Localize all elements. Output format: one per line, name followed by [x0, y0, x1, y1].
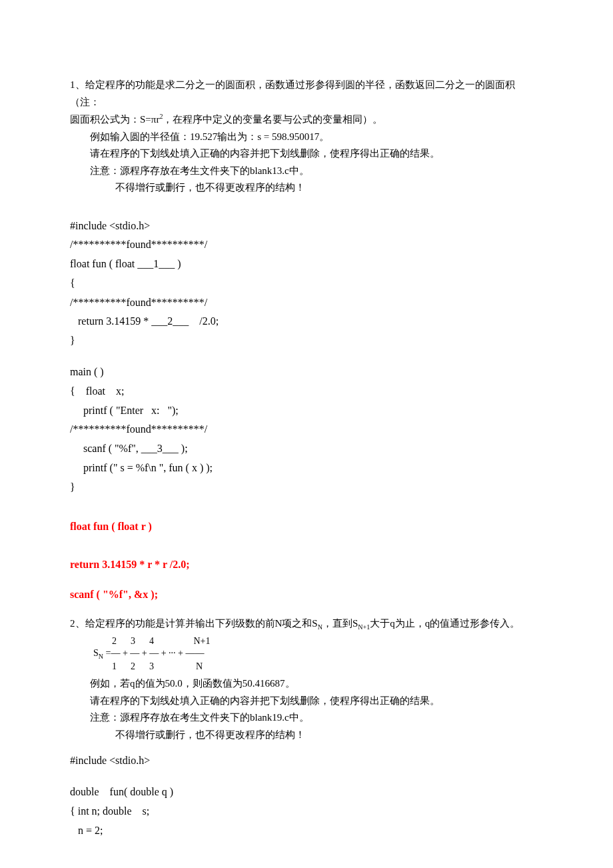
code-line: printf (" s = %f\n ", fun ( x ) ); [70, 459, 543, 478]
q2-desc: 2、给定程序的功能是计算并输出下列级数的前N项之和SN，直到SN+1大于q为止，… [70, 615, 543, 633]
q2-desc-a: 2、给定程序的功能是计算并输出下列级数的前N项之和S [70, 618, 318, 629]
q1-instr3: 不得增行或删行，也不得更改程序的结构！ [70, 179, 543, 197]
q1-code: #include <stdio.h> /**********found*****… [70, 217, 543, 497]
code-line: /**********found**********/ [70, 293, 543, 313]
q2-desc-sub2: N+1 [358, 623, 370, 631]
code-line: double fun( double q ) [70, 783, 543, 802]
q1-example: 例如输入圆的半径值：19.527输出为：s = 598.950017。 [70, 129, 543, 146]
q1-instr1: 请在程序的下划线处填入正确的内容并把下划线删除，使程序得出正确的结果。 [70, 145, 543, 163]
q1-answer-3: scanf ( "%f", &x ); [70, 585, 543, 603]
q2-instr1: 请在程序的下划线处填入正确的内容并把下划线删除，使程序得出正确的结果。 [70, 693, 543, 710]
q2-code: #include <stdio.h> double fun( double q … [70, 751, 543, 840]
code-line: } [70, 331, 543, 351]
code-line: n = 2; [70, 821, 543, 841]
q1-desc-line2: 圆面积公式为：S=πr2，在程序中定义的变量名要与公式的变量相同）。 [70, 111, 543, 129]
q1-answer-2: return 3.14159 * r * r /2.0; [70, 555, 543, 573]
q2-example: 例如，若q的值为50.0，则函数值为50.416687。 [70, 675, 543, 693]
q1-instr2: 注意：源程序存放在考生文件夹下的blank13.c中。 [70, 163, 543, 180]
formula-row-top: 2 3 4 N+1 [93, 635, 543, 647]
q2-desc-c: 大于q为止，q的值通过形参传入。 [370, 618, 520, 629]
code-line: #include <stdio.h> [70, 217, 543, 236]
code-line: printf ( "Enter x: "); [70, 401, 543, 421]
code-line: #include <stdio.h> [70, 751, 543, 771]
code-line: main ( ) [70, 363, 543, 382]
q2-instr3: 不得增行或删行，也不得更改程序的结构！ [70, 727, 543, 744]
code-line: /**********found**********/ [70, 235, 543, 255]
q1-desc-line1: 1、给定程序的功能是求二分之一的圆面积，函数通过形参得到圆的半径，函数返回二分之… [70, 77, 543, 111]
q2-instr2: 注意：源程序存放在考生文件夹下的blank19.c中。 [70, 709, 543, 727]
q2-desc-b: ，直到S [322, 618, 358, 629]
q1-desc-line2-a: 圆面积公式为：S=πr [70, 114, 159, 125]
code-line: float fun ( float ___1___ ) [70, 255, 543, 274]
code-line: scanf ( "%f", ___3___ ); [70, 439, 543, 459]
q2-formula: 2 3 4 N+1 SN =— + — + — + ··· + —— 1 2 3… [93, 635, 543, 673]
document-page: 1、给定程序的功能是求二分之一的圆面积，函数通过形参得到圆的半径，函数返回二分之… [0, 0, 613, 868]
q1-answer-1: float fun ( float r ) [70, 517, 543, 535]
formula-row-bot: 1 2 3 N [93, 661, 543, 673]
code-line: { int n; double s; [70, 802, 543, 821]
q2-desc-sub1: N [318, 623, 322, 631]
code-line: { [70, 274, 543, 293]
code-line: /**********found**********/ [70, 420, 543, 439]
code-line: return 3.14159 * ___2___ /2.0; [70, 312, 543, 331]
q1-desc-line2-b: ，在程序中定义的变量名要与公式的变量相同）。 [163, 114, 382, 125]
code-line: } [70, 478, 543, 497]
formula-row-mid: SN =— + — + — + ··· + —— [93, 647, 543, 661]
code-line: { float x; [70, 382, 543, 401]
